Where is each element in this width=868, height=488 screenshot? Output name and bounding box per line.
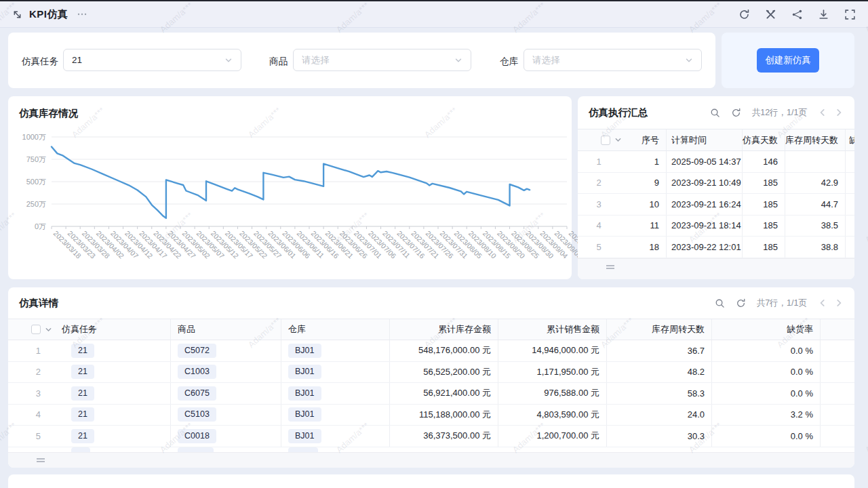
column-header-seq[interactable]: 序号 [622,134,666,146]
cell-cum-inventory: 56,921,400.00 元 [390,383,498,404]
cell-turnover-days: 58.3 [607,383,712,404]
resize-diagonal-icon[interactable] [12,9,22,20]
window-top-edge [0,0,868,1]
cell-task: 421 [8,405,171,426]
table-row[interactable]: 321C6075BJ0156,921,400.00 元976,588.00 元5… [8,383,854,405]
table-row[interactable]: 112025-09-05 14:37146 [578,151,854,173]
product-chip [178,447,214,452]
column-header-turnover-days[interactable]: 库存周转天数 [785,129,846,150]
cell-cum-sales: 1,200,700.00 元 [498,426,607,447]
next-page-button[interactable] [834,298,844,308]
row-index: 5 [578,242,620,252]
scrollbar-handle[interactable] [37,458,45,462]
warehouse-select[interactable]: 请选择 [524,49,702,71]
cell-cum-inventory: 548,176,000.00 元 [390,340,498,361]
table-row[interactable]: 4112023-09-21 18:1418538.5 [578,216,854,237]
column-header-task[interactable]: 仿真任务 [62,323,97,336]
table-row[interactable]: 5182023-09-22 12:0118538.8 [578,237,854,258]
fullscreen-icon[interactable] [844,9,856,20]
row-index: 4 [8,409,41,420]
search-icon[interactable] [710,108,720,118]
cell-turnover-days: 38.5 [785,216,846,237]
chevron-down-icon [224,56,233,64]
product-filter-label: 商品 [269,56,288,68]
more-options-icon[interactable] [77,9,87,20]
cell-turnover-days: 30.3 [607,426,712,447]
cell-warehouse: BJ01 [281,362,390,383]
task-chip: 21 [71,429,94,443]
summary-table-footer [578,258,854,280]
refresh-icon[interactable] [736,298,746,308]
row-index: 2 [578,178,620,188]
task-chip: 21 [71,365,94,379]
cell-stockout-rate: 0.0 % [712,426,821,447]
table-row[interactable]: 292023-09-21 10:4918542.9 [578,173,854,195]
task-select-value: 21 [72,55,82,65]
next-page-button[interactable] [834,108,844,117]
summary-panel-head: 仿真执行汇总 共12行，1/1页 [578,96,854,129]
column-header-sim-days[interactable]: 仿真天数 [743,129,785,150]
cell-product: C0018 [171,426,281,447]
cell-cum-sales: 4,803,590.00 元 [498,405,607,426]
kpi-simulation-page: KPI仿真 仿真任务 21 商品 请选择 仓库 请选择 创建新仿真 [0,0,868,488]
warehouse-chip: BJ01 [288,344,321,358]
column-header-cum-inventory[interactable]: 累计库存金额 [390,319,498,340]
axis-label: 750万 [26,155,46,163]
cell-stockout-rate: 0.0 % [712,383,821,404]
table-row[interactable]: 421C5103BJ01115,188,000.00 元4,803,590.00… [8,405,854,426]
tools-icon[interactable] [765,9,776,20]
column-header-partial: 缺货率 [846,129,854,150]
cell-partial [846,173,854,194]
refresh-icon[interactable] [738,9,750,20]
product-chip: C5072 [178,344,216,358]
product-chip: C1003 [178,365,216,379]
cell-calc-time: 2023-09-21 16:24 [667,194,743,215]
chart-title: 仿真库存情况 [8,96,572,120]
detail-table-body: 121C5072BJ01548,176,000.00 元14,946,000.0… [8,340,854,447]
prev-page-button[interactable] [818,298,827,308]
cell-empty [821,362,854,383]
column-header-warehouse[interactable]: 仓库 [281,319,390,340]
detail-panel-head: 仿真详情 共7行，1/1页 [8,287,854,319]
cell-calc-time: 2023-09-21 18:14 [667,216,743,237]
chevron-down-icon[interactable] [45,326,52,333]
task-select[interactable]: 21 [63,49,241,71]
cell-empty [821,405,854,426]
cell-turnover-days: 36.7 [607,340,712,361]
topbar: KPI仿真 [0,0,868,28]
cell-calc-time: 2023-09-22 12:01 [667,237,743,258]
cell-partial [846,151,854,172]
column-header-product[interactable]: 商品 [171,319,281,340]
axis-label: 1000万 [22,133,46,141]
inventory-detail-panel: 仿真库存明细 共1005行，1/26页 [8,474,854,488]
row-index: 3 [8,388,41,399]
chevron-down-icon[interactable] [614,136,622,144]
cell-task: 321 [8,383,171,404]
refresh-icon[interactable] [731,108,741,118]
cell-seq: 310 [578,194,667,215]
column-header-turnover-days[interactable]: 库存周转天数 [607,319,712,340]
column-header-cum-sales[interactable]: 累计销售金额 [498,319,607,340]
watermark-text: Adam/a*** [863,420,868,455]
table-row[interactable]: 221C1003BJ0156,525,200.00 元1,171,950.00 … [8,362,854,384]
product-select[interactable]: 请选择 [293,49,471,71]
table-row[interactable]: 521C0018BJ0136,373,500.00 元1,200,700.00 … [8,426,854,447]
select-all-checkbox[interactable] [601,136,610,145]
table-row[interactable]: 3102023-09-21 16:2418544.7 [578,194,854,216]
select-all-checkbox[interactable] [31,325,41,334]
table-row[interactable]: 121C5072BJ01548,176,000.00 元14,946,000.0… [8,340,854,362]
share-icon[interactable] [791,9,803,20]
summary-table-body: 112025-09-05 14:37146292023-09-21 10:491… [578,151,854,258]
seq-value: 18 [620,242,666,252]
download-icon[interactable] [818,9,829,20]
cell-task: 521 [8,426,171,447]
column-header-stockout-rate[interactable]: 缺货率 [712,319,821,340]
cell-cum-sales: 14,946,000.00 元 [498,340,607,361]
create-simulation-button[interactable]: 创建新仿真 [757,48,819,73]
scrollbar-handle[interactable] [606,265,614,269]
prev-page-button[interactable] [818,108,827,117]
search-icon[interactable] [715,298,725,308]
cell-sim-days: 185 [743,216,785,237]
column-header-calc-time[interactable]: 计算时间 [667,129,743,150]
topbar-actions [738,9,856,20]
